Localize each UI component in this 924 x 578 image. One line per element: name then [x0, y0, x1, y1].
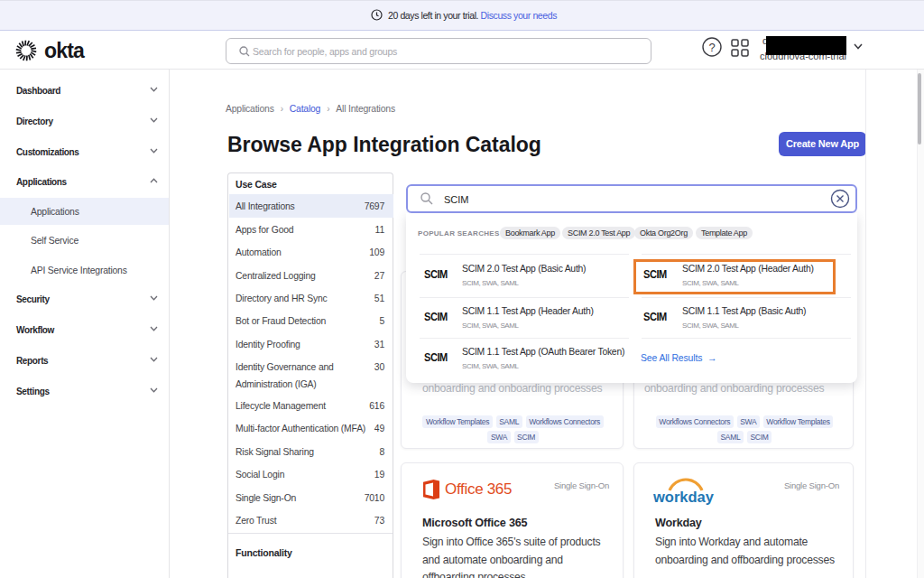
svg-text:workday: workday: [652, 489, 715, 505]
svg-text:?: ?: [708, 41, 715, 54]
